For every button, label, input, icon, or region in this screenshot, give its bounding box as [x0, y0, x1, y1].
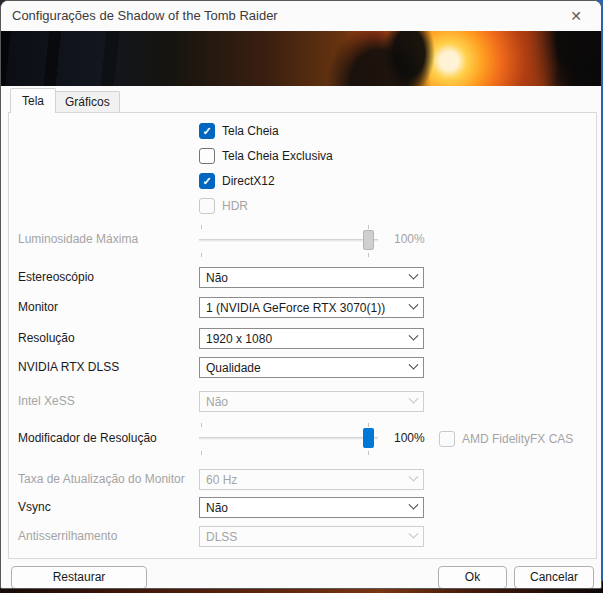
- dropdown-value: 1920 x 1080: [206, 332, 410, 346]
- checkbox-amd-fidelityfx-cas: ✓ AMD FidelityFX CAS: [439, 430, 573, 448]
- dropdown-vsync[interactable]: Não: [199, 497, 424, 518]
- cancel-button[interactable]: Cancelar: [514, 566, 594, 589]
- monitor-label: Monitor: [18, 300, 58, 314]
- resolucao-label: Resolução: [18, 331, 75, 345]
- slider-tick: [201, 423, 202, 427]
- dropdown-intel-xess: Não: [199, 391, 424, 412]
- nvidia-rtx-dlss-label: NVIDIA RTX DLSS: [18, 360, 119, 374]
- dropdown-value: 1 (NVIDIA GeForce RTX 3070(1)): [206, 301, 410, 315]
- dropdown-taxa-atualizacao: 60 Hz: [199, 469, 424, 490]
- checkbox-box: ✓: [199, 198, 215, 214]
- dropdown-nvidia-rtx-dlss[interactable]: Qualidade: [199, 357, 424, 378]
- chevron-down-icon: [409, 331, 419, 341]
- settings-dialog: Configurações de Shadow of the Tomb Raid…: [0, 0, 602, 589]
- checkbox-label: DirectX12: [222, 174, 275, 188]
- slider-tick: [201, 451, 202, 455]
- checkbox-hdr: ✓ HDR: [199, 197, 248, 215]
- checkbox-label: Tela Cheia Exclusiva: [222, 149, 333, 163]
- slider-tick: [201, 253, 202, 257]
- modificador-resolucao-value: 100%: [394, 431, 425, 445]
- slider-tick: [201, 225, 202, 229]
- slider-thumb: [363, 230, 374, 250]
- checkbox-box: ✓: [199, 148, 215, 164]
- chevron-down-icon: [409, 300, 419, 310]
- dropdown-value: Qualidade: [206, 361, 410, 375]
- dropdown-value: 60 Hz: [206, 473, 410, 487]
- ok-button[interactable]: Ok: [438, 566, 507, 589]
- checkbox-directx12[interactable]: ✓ DirectX12: [199, 172, 275, 190]
- chevron-down-icon: [409, 500, 419, 510]
- slider-tick: [368, 225, 369, 229]
- dropdown-antisserrilhamento: DLSS: [199, 526, 424, 547]
- dropdown-resolucao[interactable]: 1920 x 1080: [199, 328, 424, 349]
- slider-track: [199, 239, 378, 242]
- checkbox-tela-cheia-exclusiva[interactable]: ✓ Tela Cheia Exclusiva: [199, 147, 333, 165]
- chevron-down-icon: [409, 529, 419, 539]
- restore-button[interactable]: Restaurar: [11, 566, 147, 589]
- modificador-resolucao-slider[interactable]: [199, 421, 378, 457]
- estereoscopio-label: Estereoscópio: [18, 270, 94, 284]
- checkbox-tela-cheia[interactable]: ✓ Tela Cheia: [199, 122, 279, 140]
- chevron-down-icon: [409, 472, 419, 482]
- luminosidade-maxima-value: 100%: [394, 232, 425, 246]
- check-icon: ✓: [202, 176, 211, 187]
- checkbox-box: ✓: [199, 173, 215, 189]
- desktop-background: Configurações de Shadow of the Tomb Raid…: [0, 0, 603, 593]
- checkbox-box: ✓: [199, 123, 215, 139]
- dropdown-value: Não: [206, 395, 410, 409]
- luminosidade-maxima-slider: [199, 223, 378, 259]
- dropdown-value: Não: [206, 501, 410, 515]
- chevron-down-icon: [409, 394, 419, 404]
- slider-thumb[interactable]: [363, 428, 374, 448]
- dropdown-value: DLSS: [206, 530, 410, 544]
- intel-xess-label: Intel XeSS: [18, 394, 75, 408]
- vsync-label: Vsync: [18, 500, 51, 514]
- luminosidade-maxima-label: Luminosidade Máxima: [18, 232, 138, 246]
- slider-tick: [368, 253, 369, 257]
- checkbox-label: AMD FidelityFX CAS: [462, 432, 573, 446]
- taxa-atualizacao-label: Taxa de Atualização do Monitor: [18, 472, 185, 486]
- checkbox-box: ✓: [439, 431, 455, 447]
- dropdown-value: Não: [206, 271, 410, 285]
- dropdown-monitor[interactable]: 1 (NVIDIA GeForce RTX 3070(1)): [199, 297, 424, 318]
- dropdown-estereoscopio[interactable]: Não: [199, 267, 424, 288]
- slider-tick: [368, 423, 369, 427]
- chevron-down-icon: [409, 270, 419, 280]
- antisserrilhamento-label: Antisserrilhamento: [18, 529, 117, 543]
- slider-tick: [368, 451, 369, 455]
- chevron-down-icon: [409, 360, 419, 370]
- check-icon: ✓: [202, 126, 211, 137]
- slider-track[interactable]: [199, 437, 378, 440]
- checkbox-label: Tela Cheia: [222, 124, 279, 138]
- modificador-resolucao-label: Modificador de Resolução: [18, 431, 157, 445]
- checkbox-label: HDR: [222, 199, 248, 213]
